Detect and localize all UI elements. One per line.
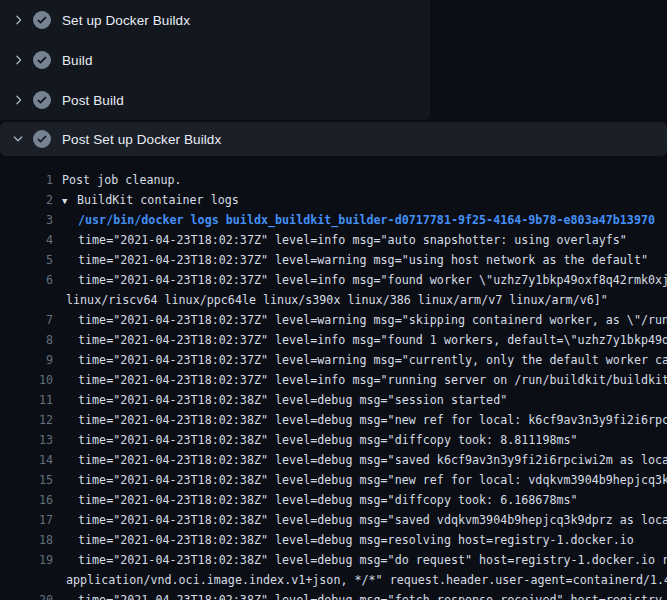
step-title: Set up Docker Buildx xyxy=(62,13,190,28)
step-row-build[interactable]: Build xyxy=(0,40,430,80)
step-row-post-set-up-docker-buildx[interactable]: Post Set up Docker Buildx xyxy=(0,122,667,156)
log-line-number[interactable]: 16 xyxy=(0,490,53,510)
log-line-number[interactable]: 9 xyxy=(0,350,53,370)
log-line-text: Post job cleanup. xyxy=(53,170,182,190)
log-line: 13 time="2021-04-23T18:02:38Z" level=deb… xyxy=(0,430,667,450)
log-line: 3 /usr/bin/docker logs buildx_buildkit_b… xyxy=(0,210,667,230)
log-line-number[interactable]: 13 xyxy=(0,430,53,450)
log-line-text: time="2021-04-23T18:02:38Z" level=debug … xyxy=(53,410,667,430)
log-line: 19 time="2021-04-23T18:02:38Z" level=deb… xyxy=(0,550,667,570)
check-circle-icon xyxy=(33,91,51,109)
step-title: Build xyxy=(62,53,93,68)
log-line-number[interactable]: 2 xyxy=(0,190,53,210)
log-line-text: time="2021-04-23T18:02:37Z" level=info m… xyxy=(53,270,667,290)
log-line: 10 time="2021-04-23T18:02:37Z" level=inf… xyxy=(0,370,667,390)
log-line: 20 time="2021-04-23T18:02:38Z" level=deb… xyxy=(0,590,667,600)
log-line: 1 Post job cleanup. xyxy=(0,170,667,190)
log-line-text: time="2021-04-23T18:02:37Z" level=info m… xyxy=(53,330,667,350)
log-line: 14 time="2021-04-23T18:02:38Z" level=deb… xyxy=(0,450,667,470)
log-line-number[interactable]: 19 xyxy=(0,550,53,570)
log-line: application/vnd.oci.image.index.v1+json,… xyxy=(0,570,667,590)
step-row-set-up-docker-buildx[interactable]: Set up Docker Buildx xyxy=(0,0,430,40)
log-line-text: time="2021-04-23T18:02:38Z" level=debug … xyxy=(53,450,667,470)
log-line-text: time="2021-04-23T18:02:38Z" level=debug … xyxy=(53,430,578,450)
step-row-post-build[interactable]: Post Build xyxy=(0,80,430,120)
log-line-number[interactable]: 20 xyxy=(0,590,53,600)
log-line-text: /usr/bin/docker logs buildx_buildkit_bui… xyxy=(53,210,655,230)
check-circle-icon xyxy=(33,11,51,29)
log-line: 11 time="2021-04-23T18:02:38Z" level=deb… xyxy=(0,390,667,410)
log-line: 12 time="2021-04-23T18:02:38Z" level=deb… xyxy=(0,410,667,430)
steps-list: Set up Docker Buildx Build Post Build xyxy=(0,0,430,120)
log-line-number[interactable]: 11 xyxy=(0,390,53,410)
log-line-number[interactable] xyxy=(0,570,53,590)
log-line-text: time="2021-04-23T18:02:37Z" level=warnin… xyxy=(53,310,667,330)
log-line: 15 time="2021-04-23T18:02:38Z" level=deb… xyxy=(0,470,667,490)
log-line-text: time="2021-04-23T18:02:38Z" level=debug … xyxy=(53,590,667,600)
chevron-right-icon xyxy=(11,93,25,107)
log-line-number[interactable]: 10 xyxy=(0,370,53,390)
log-line-text: time="2021-04-23T18:02:38Z" level=debug … xyxy=(53,470,667,490)
log-line-text: application/vnd.oci.image.index.v1+json,… xyxy=(53,570,667,590)
log-line: 5 time="2021-04-23T18:02:37Z" level=warn… xyxy=(0,250,667,270)
log-line-text: time="2021-04-23T18:02:38Z" level=debug … xyxy=(53,530,634,550)
log-area: 1 Post job cleanup. 2 ▼BuildKit containe… xyxy=(0,156,667,600)
log-line-number[interactable]: 17 xyxy=(0,510,53,530)
log-line-text: time="2021-04-23T18:02:38Z" level=debug … xyxy=(53,490,578,510)
log-line: 16 time="2021-04-23T18:02:38Z" level=deb… xyxy=(0,490,667,510)
log-line-number[interactable]: 18 xyxy=(0,530,53,550)
log-line-number[interactable]: 7 xyxy=(0,310,53,330)
log-line-text: time="2021-04-23T18:02:38Z" level=debug … xyxy=(53,550,667,570)
log-line-text: linux/riscv64 linux/ppc64le linux/s390x … xyxy=(53,290,608,310)
check-circle-icon xyxy=(33,51,51,69)
step-title: Post Build xyxy=(62,93,124,108)
log-line: 9 time="2021-04-23T18:02:37Z" level=warn… xyxy=(0,350,667,370)
log-line-text: time="2021-04-23T18:02:38Z" level=debug … xyxy=(53,510,667,530)
step-title: Post Set up Docker Buildx xyxy=(62,132,221,147)
log-line: 7 time="2021-04-23T18:02:37Z" level=warn… xyxy=(0,310,667,330)
log-group-label[interactable]: BuildKit container logs xyxy=(77,193,239,207)
log-line-text: time="2021-04-23T18:02:37Z" level=warnin… xyxy=(53,250,648,270)
log-line-text: time="2021-04-23T18:02:38Z" level=debug … xyxy=(53,390,507,410)
log-line-number[interactable]: 8 xyxy=(0,330,53,350)
log-line-number[interactable]: 4 xyxy=(0,230,53,250)
chevron-right-icon xyxy=(11,13,25,27)
log-line: 4 time="2021-04-23T18:02:37Z" level=info… xyxy=(0,230,667,250)
log-line: 18 time="2021-04-23T18:02:38Z" level=deb… xyxy=(0,530,667,550)
triangle-down-icon[interactable]: ▼ xyxy=(62,191,77,210)
log-line-text: ▼BuildKit container logs xyxy=(53,190,239,210)
log-line-number[interactable]: 5 xyxy=(0,250,53,270)
chevron-right-icon xyxy=(11,53,25,67)
log-line-number[interactable]: 15 xyxy=(0,470,53,490)
chevron-down-icon xyxy=(11,132,25,146)
log-line-text: time="2021-04-23T18:02:37Z" level=warnin… xyxy=(53,350,667,370)
log-line: 6 time="2021-04-23T18:02:37Z" level=info… xyxy=(0,270,667,290)
log-line: 8 time="2021-04-23T18:02:37Z" level=info… xyxy=(0,330,667,350)
log-line-text: time="2021-04-23T18:02:37Z" level=info m… xyxy=(53,230,627,250)
log-line-number[interactable]: 3 xyxy=(0,210,53,230)
log-line-number[interactable]: 14 xyxy=(0,450,53,470)
check-circle-icon xyxy=(33,130,51,148)
log-line-number[interactable]: 1 xyxy=(0,170,53,190)
log-line-number[interactable]: 12 xyxy=(0,410,53,430)
log-line-number[interactable]: 6 xyxy=(0,270,53,290)
log-line-text: time="2021-04-23T18:02:37Z" level=info m… xyxy=(53,370,667,390)
log-line: 2 ▼BuildKit container logs xyxy=(0,190,667,210)
log-line: 17 time="2021-04-23T18:02:38Z" level=deb… xyxy=(0,510,667,530)
log-line: linux/riscv64 linux/ppc64le linux/s390x … xyxy=(0,290,667,310)
log-line-number[interactable] xyxy=(0,290,53,310)
